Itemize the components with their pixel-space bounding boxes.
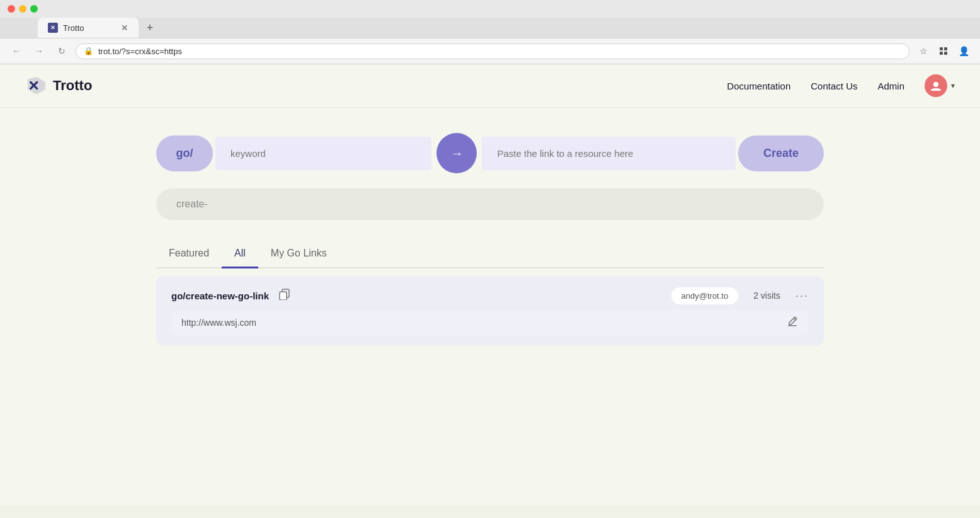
minimize-dot[interactable]: [19, 5, 26, 13]
close-dot[interactable]: [8, 5, 15, 13]
logo-text: Trotto: [53, 78, 92, 94]
back-button[interactable]: ←: [8, 42, 25, 60]
tab-favicon: ✕: [48, 23, 58, 33]
maximize-dot[interactable]: [30, 5, 38, 13]
app-container: ✕ Trotto Documentation Contact Us Admin …: [0, 64, 980, 505]
lock-icon: 🔒: [84, 47, 93, 55]
tab-featured-label: Featured: [169, 248, 209, 258]
edit-icon: [786, 315, 799, 328]
new-tab-button[interactable]: +: [141, 19, 159, 37]
browser-chrome: ✕ Trotto ✕ + ← → ↻ 🔒 trot.to/?s=crx&sc=h…: [0, 0, 980, 64]
copy-icon: [279, 289, 290, 300]
svg-rect-8: [280, 292, 287, 300]
browser-dots: [8, 5, 38, 13]
svg-text:✕: ✕: [28, 78, 39, 94]
link-url: http://www.wsj.com: [181, 318, 786, 328]
forward-button[interactable]: →: [30, 42, 48, 60]
svg-point-6: [933, 82, 938, 87]
logo-icon: ✕: [25, 74, 48, 97]
suggestion-bar: create-: [156, 188, 824, 220]
nav-link-contact-us[interactable]: Contact Us: [811, 81, 857, 91]
copy-button[interactable]: [276, 286, 293, 305]
profile-icon[interactable]: 👤: [955, 42, 972, 60]
link-meta: andy@trot.to 2 visits ···: [671, 287, 809, 304]
tab-my-go-links[interactable]: My Go Links: [258, 240, 339, 268]
tab-all[interactable]: All: [222, 240, 258, 268]
address-text: trot.to/?s=crx&sc=https: [98, 47, 182, 56]
tab-close-button[interactable]: ✕: [121, 23, 128, 33]
browser-tabs-bar: ✕ Trotto ✕ +: [0, 18, 980, 38]
create-button[interactable]: Create: [738, 135, 824, 171]
user-avatar: [925, 74, 947, 97]
table-row: go/create-new-go-link andy@trot.to 2 vis…: [156, 276, 824, 345]
browser-titlebar: [0, 0, 980, 18]
url-input[interactable]: [482, 137, 736, 170]
link-item-body: http://www.wsj.com: [171, 310, 809, 335]
browser-action-buttons: ☆ 👤: [914, 42, 972, 60]
tab-featured[interactable]: Featured: [156, 240, 222, 268]
user-chevron-icon: ▾: [951, 81, 955, 90]
go-prefix-label: go/: [156, 135, 213, 171]
keyword-input[interactable]: [215, 137, 431, 170]
create-bar: go/ → Create: [156, 133, 824, 173]
svg-rect-9: [788, 325, 797, 326]
links-list: go/create-new-go-link andy@trot.to 2 vis…: [156, 276, 824, 345]
nav-link-admin[interactable]: Admin: [877, 81, 904, 91]
refresh-button[interactable]: ↻: [53, 42, 71, 60]
user-menu[interactable]: ▾: [925, 74, 955, 97]
nav-link-documentation[interactable]: Documentation: [727, 81, 790, 91]
link-owner: andy@trot.to: [671, 287, 739, 304]
address-bar[interactable]: 🔒 trot.to/?s=crx&sc=https: [76, 43, 909, 59]
browser-tab-trotto[interactable]: ✕ Trotto ✕: [38, 18, 139, 38]
tab-all-label: All: [234, 248, 246, 258]
svg-rect-1: [944, 47, 947, 50]
tabs-bar: Featured All My Go Links: [156, 240, 824, 268]
main-nav: ✕ Trotto Documentation Contact Us Admin …: [0, 64, 980, 108]
link-name: go/create-new-go-link: [171, 291, 269, 301]
svg-rect-2: [940, 52, 943, 55]
logo[interactable]: ✕ Trotto: [25, 74, 92, 97]
link-item-header: go/create-new-go-link andy@trot.to 2 vis…: [171, 286, 809, 305]
link-visits: 2 visits: [753, 291, 780, 301]
edit-button[interactable]: [786, 315, 799, 330]
arrow-button[interactable]: →: [436, 133, 477, 173]
nav-links: Documentation Contact Us Admin ▾: [727, 74, 955, 97]
tab-title-text: Trotto: [63, 23, 84, 33]
browser-toolbar: ← → ↻ 🔒 trot.to/?s=crx&sc=https ☆ 👤: [0, 38, 980, 64]
suggestion-text: create-: [176, 199, 208, 209]
svg-rect-3: [944, 52, 947, 55]
more-options-button[interactable]: ···: [795, 289, 809, 302]
bookmark-icon[interactable]: ☆: [914, 42, 932, 60]
svg-rect-0: [940, 47, 943, 50]
extension-icon[interactable]: [935, 42, 952, 60]
tab-my-go-links-label: My Go Links: [271, 248, 327, 258]
main-content: go/ → Create create- Featured All My Go …: [144, 108, 836, 371]
